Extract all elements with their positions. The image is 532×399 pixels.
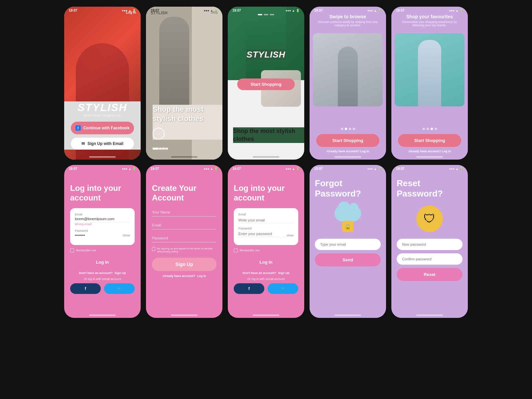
status-bar: 19:07 ●●●▲🔋 <box>310 165 386 171</box>
email-icon: ✉ <box>81 141 85 146</box>
brand-logo: STYLISH <box>151 11 168 15</box>
status-icons: ●●●▲🔋 <box>286 167 300 171</box>
home-indicator <box>416 156 443 158</box>
password-label: Password <box>75 229 130 232</box>
dot-4 <box>435 128 437 130</box>
arrow-button[interactable]: → <box>153 128 165 140</box>
brand-title: STYLISH Best Fashion Shopping App <box>77 101 127 117</box>
status-bar: 19:07 ●●●▲🔋 <box>391 7 468 13</box>
dot-4 <box>166 148 168 150</box>
facebook-social-button[interactable]: f <box>234 283 264 294</box>
home-indicator <box>253 315 279 316</box>
signup-link-row: Don't have an account? Sign Up <box>234 271 298 275</box>
remember-checkbox[interactable] <box>234 248 238 252</box>
terms-checkbox[interactable] <box>152 247 155 251</box>
password-row: •••••••• Show <box>75 233 130 237</box>
header-text: Swipe to browse Discover products easily… <box>310 14 386 27</box>
status-icons: ●●●▲🔋 <box>367 167 381 171</box>
remember-checkbox[interactable] <box>70 248 74 252</box>
or-text: Or log in with social account <box>234 277 298 281</box>
phone-onboarding2: 19:07 ●●●▲🔋 STYLISH Start Shopping Shop … <box>228 7 304 160</box>
content-area: Log into your account Email Password sho… <box>228 178 304 299</box>
start-shopping-button[interactable]: Start Shopping <box>398 134 461 147</box>
skip-link[interactable]: Skip <box>211 11 218 14</box>
splash-content: STYLISH Best Fashion Shopping App f Cont… <box>64 101 141 150</box>
status-icons: ●●●▲🔋 <box>122 167 136 171</box>
dot-3 <box>431 128 433 130</box>
social-buttons: f 🐦 <box>70 283 135 294</box>
signup-link-row: Don't have an account? Sign Up <box>70 271 135 275</box>
login-button[interactable]: Log In <box>70 256 135 269</box>
status-icons: ●●●▲🔋 <box>286 9 300 12</box>
status-bar: 19:07 ●●●▲🔋 <box>391 165 468 171</box>
stylish-label: STYLISH <box>247 50 286 60</box>
email-input[interactable] <box>315 239 381 250</box>
dots <box>153 148 168 150</box>
start-shopping-button[interactable]: Start Shopping <box>316 134 379 147</box>
signup-link[interactable]: Sign Up <box>278 271 289 275</box>
password-input[interactable] <box>152 234 216 242</box>
password-value[interactable]: •••••••• <box>75 233 85 237</box>
phone-reset-password: 19:07 ●●●▲🔋 Reset Password? 🛡 Reset <box>391 165 468 318</box>
onboarding1-content: Shop the most stylish clothes → <box>153 105 222 140</box>
new-password-input[interactable] <box>397 239 463 250</box>
signup-button[interactable]: Sign Up <box>152 258 216 271</box>
dot-4 <box>353 128 355 130</box>
phone-login-error: 19:07 ●●●▲🔋 Log into your account Email … <box>64 165 141 318</box>
name-input[interactable] <box>152 208 216 216</box>
indicator-dots <box>341 128 355 130</box>
already-account-text: Already have account? Log In <box>408 150 451 153</box>
phone-create-account: 19:07 ●●●▲🔋 Create Your Account By signi… <box>146 165 222 318</box>
email-button[interactable]: ✉ Sign Up with Email <box>71 138 134 150</box>
already-login: Already have account? Log In <box>152 274 216 278</box>
email-field: Email <box>238 213 294 223</box>
home-indicator <box>253 156 279 158</box>
twitter-social-button[interactable]: 🐦 <box>268 283 298 294</box>
dot-2 <box>159 148 161 150</box>
onboarding3-headline: Swipe to browse <box>316 14 379 19</box>
dot-2 <box>345 128 347 130</box>
content-area: Create Your Account By signing up you ag… <box>146 178 222 283</box>
email-input[interactable] <box>152 221 216 229</box>
phone-login-clean: 19:07 ●●●▲🔋 Log into your account Email … <box>228 165 304 318</box>
dot-2 <box>427 128 429 130</box>
confirm-password-input[interactable] <box>397 253 463 265</box>
login-link[interactable]: Log In <box>197 274 206 278</box>
reset-button[interactable]: Reset <box>397 268 463 281</box>
phone-forgot-password: 19:07 ●●●▲🔋 Forgot Password? 🔒 Send <box>310 165 386 318</box>
home-indicator <box>416 315 443 316</box>
email-field: Email lorem@loremipsum.com Wrong email <box>75 213 130 226</box>
login-link[interactable]: Log In <box>126 11 136 14</box>
home-indicator <box>171 156 198 158</box>
headline: Shop the most stylish clothes <box>153 105 222 123</box>
onboarding3-subtext: Discover products easily by swiping from… <box>316 20 379 27</box>
send-button[interactable]: Send <box>315 253 381 266</box>
email-input[interactable] <box>238 217 294 223</box>
shield-icon: 🛡 <box>416 205 443 232</box>
signup-link[interactable]: Sign Up <box>114 271 126 275</box>
email-value[interactable]: lorem@loremipsum.com <box>75 217 130 222</box>
email-error: Wrong email <box>75 222 130 226</box>
model-silhouette <box>338 47 358 106</box>
time: 19:07 <box>396 9 405 12</box>
facebook-social-button[interactable]: f <box>70 283 101 294</box>
log-in-link[interactable]: Log In <box>360 150 369 153</box>
dot-1 <box>423 128 425 130</box>
log-in-link[interactable]: Log In <box>442 150 451 153</box>
dot-3 <box>163 148 165 150</box>
phone-onboarding1: 19:07 ●●●▲🔋 Skip STYLISH Shop the most s… <box>146 7 222 160</box>
show-link[interactable]: Show <box>122 234 130 237</box>
time: 19:07 <box>314 9 323 12</box>
form-card: Email lorem@loremipsum.com Wrong email P… <box>70 208 135 245</box>
twitter-social-button[interactable]: 🐦 <box>104 283 135 294</box>
facebook-button[interactable]: f Continue with Facebook <box>71 122 134 134</box>
password-input[interactable] <box>238 231 287 237</box>
onboarding4-subtext: Personalize your shopping experience by … <box>398 20 461 27</box>
already-account-text: Already have account? Log In <box>327 150 369 153</box>
bag-content: Shop the most stylish clothes <box>233 127 304 143</box>
start-shopping-button[interactable]: Start Shopping <box>237 78 295 90</box>
login-button[interactable]: Log In <box>234 256 298 269</box>
top-content: Reset Password? 🛡 Reset <box>397 178 463 281</box>
show-link[interactable]: show <box>287 234 294 237</box>
time: 19:07 <box>69 167 77 171</box>
